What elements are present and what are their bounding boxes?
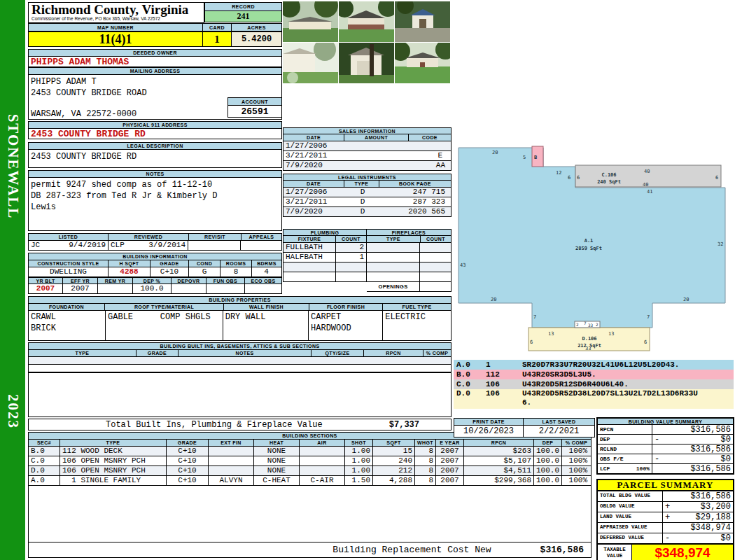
fixture-count: 2	[336, 243, 366, 252]
grade-value: C+10	[150, 267, 189, 276]
replacement-cost-label: Building Replacement Cost New	[332, 545, 491, 555]
builtins-comp-label: % COMP	[424, 350, 451, 357]
account-label: ACCOUNT	[227, 97, 282, 106]
sketch-label: 2859 SqFt	[575, 246, 602, 251]
parcel-row: TOTAL BLDG VALUE $316,586	[596, 491, 734, 502]
photo-thumbnail-6[interactable]	[395, 43, 450, 83]
fuel-value: ELECTRIC	[383, 311, 451, 340]
remyr-value	[98, 284, 133, 293]
wall-value: DRY WALL	[223, 311, 309, 340]
cond-value: G	[189, 267, 220, 276]
account-box: ACCOUNT 26591	[227, 97, 282, 118]
instrument-type: D	[345, 197, 380, 206]
legend-row-b: B.0112U43R20SR3D5L3U5.	[454, 370, 734, 379]
plumbing-fireplaces: PLUMBING FIXTURE COUNT FULLBATH2 HALFBAT…	[283, 229, 451, 292]
openings-value	[420, 282, 450, 291]
fireplace-type-label: TYPE	[367, 236, 421, 243]
dep-value: 100.0	[133, 284, 172, 293]
record-label: RECORD	[204, 2, 282, 11]
sketch-label: 20	[491, 297, 496, 302]
appeals-label: APPEALS	[241, 233, 282, 241]
last-saved-label: LAST SAVED	[524, 418, 595, 426]
property-record-card: STONEWALL 2023 Richmond County, Virginia…	[0, 0, 735, 560]
dep-label: DEP	[534, 440, 562, 447]
building-properties-header: BUILDING PROPERTIES	[28, 296, 451, 304]
sec-label: SEC#	[29, 440, 60, 447]
type-label: TYPE	[60, 440, 167, 447]
sales-date-label: DATE	[283, 134, 344, 141]
sketch-label: 40	[643, 182, 648, 188]
builtins-qty-label: QTY/SIZE	[312, 350, 364, 357]
effyr-value: 2007	[63, 284, 98, 293]
replacement-cost-value: $316,586	[540, 545, 584, 555]
notes-header: NOTES	[28, 170, 282, 178]
reviewed-label: REVIEWED	[108, 233, 189, 241]
legal-description-header: LEGAL DESCRIPTION	[28, 142, 282, 150]
physical-address-value: 2453 COUNTY BRIDGE RD	[28, 129, 282, 139]
parcel-summary-header: PARCEL SUMMARY	[596, 479, 734, 491]
print-date-value: 10/26/2023	[454, 426, 524, 438]
building-info-values-1: DWELLING 4288 C+10 G 8 4	[28, 267, 282, 277]
sketch-label: 33	[588, 323, 594, 328]
floor-label: FLOOR FINISH	[309, 304, 383, 311]
photo-thumbnail-1[interactable]	[283, 1, 338, 42]
rpcn-label: RPCN	[464, 440, 534, 447]
ecoobs-value	[245, 284, 281, 293]
photo-thumbnail-3[interactable]	[395, 1, 450, 42]
legal-date-label: DATE	[283, 181, 344, 188]
plumbing-table: PLUMBING FIXTURE COUNT FULLBATH2 HALFBAT…	[283, 229, 367, 292]
bvs-row: LCF100% $316,586	[596, 464, 734, 475]
fixture-count-label: COUNT	[336, 236, 367, 243]
photo-thumbnail-4[interactable]	[283, 43, 338, 83]
sketch-label: 13	[608, 331, 614, 337]
review-value-row: JC9/4/2019 CLP3/9/2014	[28, 241, 282, 251]
legend-row-a: A.01SR20D7R33U7R20U32L41U6L12U5L20D43.	[454, 360, 734, 370]
revisit-label: REVISIT	[189, 233, 241, 241]
sales-amount-label: AMOUNT	[344, 134, 409, 141]
revisit-value	[188, 241, 241, 250]
acres-label: ACRES	[232, 23, 282, 31]
built-ins-total-value: $7,337	[389, 420, 419, 430]
built-ins-empty-row	[28, 365, 451, 372]
replacement-cost-row: Building Replacement Cost New $316,586	[29, 542, 591, 557]
built-ins-total-label: Total Built Ins, Plumbing & Fireplace Va…	[106, 420, 323, 430]
map-number-value-row: 11(4)1 1 5.4200	[28, 31, 282, 47]
sketch-label: C.106	[601, 172, 616, 178]
builtins-grade-label: GRADE	[136, 350, 178, 357]
funobs-label: FUN OBS	[206, 277, 245, 284]
mailing-address-header: MAILING ADDRESS	[28, 67, 282, 75]
legal-row: 1/27/2006 D 247 715	[283, 188, 451, 197]
building-info-values-2: 2007 2007 100.0	[28, 284, 282, 294]
card-label: CARD	[203, 23, 232, 31]
sketch-label: 6	[568, 175, 570, 181]
yrblt-value: 2007	[29, 284, 63, 293]
sketch-label: 6	[644, 340, 647, 345]
openings-label: OPENINGS	[367, 282, 420, 291]
whgt-label: WHGT	[415, 440, 436, 447]
last-saved-value: 2/2/2021	[524, 426, 595, 438]
appeals-value	[241, 241, 280, 250]
sales-row: 3/21/2011 E	[283, 151, 451, 161]
sketch-label: 43	[460, 262, 465, 268]
legal-row: 3/21/2011 D 287 323	[283, 197, 451, 207]
sketch-label: 12	[556, 170, 561, 176]
sketch-label: B	[534, 155, 537, 160]
sketch-label: 20	[683, 297, 689, 302]
rooms-value: 8	[220, 267, 252, 276]
bvs-row: DEP -$0	[596, 435, 734, 444]
built-ins-empty-area	[28, 372, 451, 417]
photo-thumbnail-5[interactable]	[339, 43, 394, 83]
photo-thumbnail-2[interactable]	[339, 1, 394, 42]
print-saved-box: PRINT DATE LAST SAVED 10/26/2023 2/2/202…	[454, 418, 595, 438]
foundation-value: CRAWLBRICK	[29, 311, 106, 340]
sketch-label: 7	[584, 321, 587, 326]
tax-year: 2023	[4, 394, 22, 429]
sales-row: 1/27/2006	[283, 141, 451, 151]
yrblt-label: YR BLT	[28, 277, 63, 284]
bdrms-label: BDRMS	[252, 260, 282, 267]
sketch-label: 40	[644, 169, 650, 174]
county-subtitle: Commissioner of the Revenue, PO Box 365,…	[31, 16, 201, 21]
depovr-label: DEPOVR	[172, 277, 206, 284]
sales-headers: DATE AMOUNT CODE	[283, 134, 451, 141]
instrument-date: 3/21/2011	[284, 197, 345, 206]
